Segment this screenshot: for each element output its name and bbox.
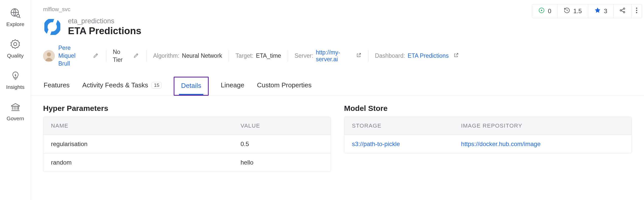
page-title: ETA Predictions <box>68 26 141 36</box>
storage-link[interactable]: s3://path-to-pickle <box>352 141 400 147</box>
divider <box>146 50 147 62</box>
tab-lineage[interactable]: Lineage <box>220 76 245 95</box>
col-header-repo: IMAGE REPOSITORY <box>454 117 632 135</box>
tab-label: Lineage <box>221 81 244 89</box>
main-content: 0 1.5 3 <box>31 0 644 200</box>
repo-link[interactable]: https://docker.hub.com/image <box>461 141 541 147</box>
stat-issues[interactable]: 0 <box>532 4 558 18</box>
tab-custom-properties[interactable]: Custom Properties <box>256 76 312 95</box>
sidebar: Explore Quality Insights <box>0 0 31 200</box>
target-icon <box>538 7 545 15</box>
svg-point-8 <box>636 8 637 9</box>
server-field: Server: http://my-server.ai <box>295 49 362 63</box>
svg-point-9 <box>636 10 637 11</box>
svg-point-4 <box>541 10 542 11</box>
stat-recent[interactable]: 1.5 <box>558 4 588 18</box>
panel-title: Hyper Parameters <box>43 104 331 113</box>
tab-badge: 15 <box>152 82 162 89</box>
param-value: hello <box>233 153 331 172</box>
tab-label: Activity Feeds & Tasks <box>82 81 148 89</box>
globe-search-icon <box>9 7 21 19</box>
field-label: Dashboard: <box>375 52 405 59</box>
share-icon <box>619 7 626 15</box>
model-store-panel: Model Store STORAGE IMAGE REPOSITORY s3:… <box>344 104 632 172</box>
tab-label: Features <box>44 81 70 89</box>
col-header-storage: STORAGE <box>344 117 454 135</box>
sidebar-item-label: Explore <box>6 21 24 27</box>
col-header-value: VALUE <box>233 117 331 135</box>
field-value: Neural Network <box>182 52 222 59</box>
target-field: Target: ETA_time <box>236 52 281 59</box>
ribbon-icon <box>9 38 21 50</box>
param-name: random <box>43 153 233 172</box>
external-link-icon <box>453 52 459 59</box>
sidebar-item-quality[interactable]: Quality <box>7 38 24 59</box>
sidebar-item-label: Quality <box>7 53 24 59</box>
edit-tier-button[interactable] <box>133 52 140 59</box>
svg-point-16 <box>47 52 51 56</box>
server-link[interactable]: http://my-server.ai <box>316 49 351 63</box>
svg-point-6 <box>623 8 625 9</box>
hyper-parameters-panel: Hyper Parameters NAME VALUE regularisati… <box>43 104 331 172</box>
model-logo-icon <box>43 18 61 36</box>
edit-owner-button[interactable] <box>92 52 99 59</box>
field-value: ETA_time <box>256 52 281 59</box>
sidebar-item-label: Govern <box>7 115 24 122</box>
algorithm-field: Algorithm: Neural Network <box>153 52 222 59</box>
tab-details[interactable]: Details <box>174 77 208 96</box>
svg-point-5 <box>620 10 622 11</box>
hyper-parameters-table: NAME VALUE regularisation 0.5 random hel… <box>43 117 331 172</box>
stat-value: 3 <box>604 8 607 15</box>
tabs: Features Activity Feeds & Tasks 15 Detai… <box>31 76 644 95</box>
star-icon <box>594 7 601 15</box>
tab-activity[interactable]: Activity Feeds & Tasks 15 <box>82 76 162 95</box>
table-row: random hello <box>43 153 331 172</box>
sidebar-item-label: Insights <box>6 84 24 90</box>
pencil-icon <box>93 52 99 59</box>
history-icon <box>564 7 570 15</box>
tier-value: No Tier <box>113 48 129 64</box>
dashboard-field: Dashboard: ETA Predictions <box>375 52 459 59</box>
share-button[interactable] <box>614 4 632 18</box>
divider <box>288 50 288 62</box>
open-server-button[interactable] <box>356 52 362 59</box>
field-label: Target: <box>236 52 253 59</box>
stat-stars[interactable]: 3 <box>588 4 614 18</box>
svg-point-10 <box>636 12 637 13</box>
stat-bar: 0 1.5 3 <box>532 4 642 18</box>
stat-value: 0 <box>548 8 551 15</box>
sidebar-item-explore[interactable]: Explore <box>6 7 24 27</box>
stat-value: 1.5 <box>573 8 582 15</box>
col-header-name: NAME <box>43 117 233 135</box>
more-menu-button[interactable] <box>632 4 642 18</box>
svg-point-7 <box>623 11 625 13</box>
open-dashboard-button[interactable] <box>453 52 459 59</box>
bank-icon <box>10 101 21 113</box>
field-label: Server: <box>295 52 313 59</box>
owner-avatar[interactable] <box>43 50 55 62</box>
model-store-table: STORAGE IMAGE REPOSITORY s3://path-to-pi… <box>344 117 632 153</box>
pencil-icon <box>133 52 139 59</box>
dashboard-link[interactable]: ETA Predictions <box>408 52 449 59</box>
svg-point-14 <box>46 20 59 34</box>
sidebar-item-insights[interactable]: Insights <box>6 70 24 90</box>
param-value: 0.5 <box>233 135 331 153</box>
sidebar-item-govern[interactable]: Govern <box>7 101 24 122</box>
table-row: regularisation 0.5 <box>43 135 331 153</box>
divider <box>229 50 229 62</box>
tab-label: Details <box>181 82 201 90</box>
param-name: regularisation <box>43 135 233 153</box>
tab-features[interactable]: Features <box>43 76 70 95</box>
entity-slug: eta_predictions <box>68 17 141 25</box>
field-label: Algorithm: <box>153 52 180 59</box>
svg-point-2 <box>14 43 17 46</box>
tab-label: Custom Properties <box>257 81 311 89</box>
owner-link[interactable]: Pere Miquel Brull <box>58 44 89 68</box>
external-link-icon <box>356 52 362 59</box>
kebab-icon <box>636 7 638 15</box>
divider <box>106 50 106 62</box>
bulb-icon <box>10 70 21 82</box>
divider <box>368 50 368 62</box>
panel-title: Model Store <box>344 104 632 113</box>
table-row: s3://path-to-pickle https://docker.hub.c… <box>344 135 632 153</box>
